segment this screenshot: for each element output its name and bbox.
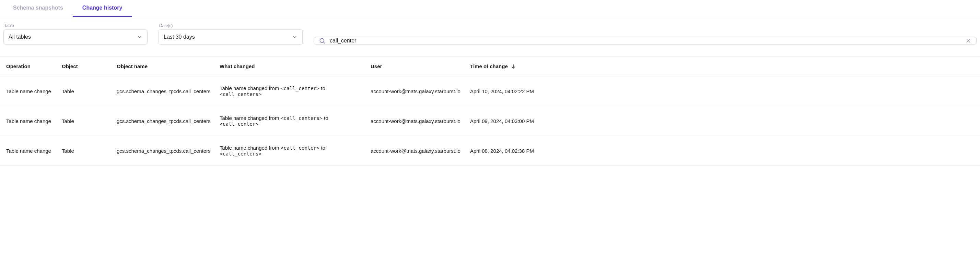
cell-user: account-work@tnats.galaxy.starburst.io <box>367 136 467 166</box>
cell-user: account-work@tnats.galaxy.starburst.io <box>367 76 467 106</box>
col-object-name[interactable]: Object name <box>113 57 216 76</box>
tabs-bar: Schema snapshots Change history <box>0 0 980 17</box>
tab-schema-snapshots[interactable]: Schema snapshots <box>3 0 73 17</box>
filter-dates-value: Last 30 days <box>164 34 195 40</box>
table-header-row: Operation Object Object name What change… <box>0 57 980 76</box>
svg-line-1 <box>324 42 325 43</box>
change-history-table: Operation Object Object name What change… <box>0 56 980 166</box>
cell-object-name: gcs.schema_changes_tpcds.call_centers <box>113 76 216 106</box>
chevron-down-icon <box>137 34 142 40</box>
filter-table-label: Table <box>3 23 148 28</box>
col-what-changed[interactable]: What changed <box>216 57 367 76</box>
col-time-label: Time of change <box>470 63 508 69</box>
cell-time: April 08, 2024, 04:02:38 PM <box>467 136 980 166</box>
cell-user: account-work@tnats.galaxy.starburst.io <box>367 106 467 136</box>
search-field-wrap[interactable] <box>313 37 977 44</box>
tab-change-history[interactable]: Change history <box>73 0 132 17</box>
cell-operation: Table name change <box>0 76 58 106</box>
cell-object: Table <box>58 76 113 106</box>
cell-object: Table <box>58 106 113 136</box>
cell-operation: Table name change <box>0 136 58 166</box>
sort-descending-icon <box>511 64 516 69</box>
search-icon <box>319 37 326 44</box>
cell-what-changed: Table name changed from <call_center> to… <box>216 136 367 166</box>
filters-bar: Table All tables Date(s) Last 30 days . <box>0 17 980 51</box>
col-object[interactable]: Object <box>58 57 113 76</box>
cell-time: April 10, 2024, 04:02:22 PM <box>467 76 980 106</box>
cell-operation: Table name change <box>0 106 58 136</box>
cell-what-changed: Table name changed from <call_centers> t… <box>216 106 367 136</box>
col-time-of-change[interactable]: Time of change <box>467 57 980 76</box>
filter-dates-label: Date(s) <box>159 23 303 28</box>
cell-what-changed: Table name changed from <call_center> to… <box>216 76 367 106</box>
cell-object-name: gcs.schema_changes_tpcds.call_centers <box>113 106 216 136</box>
filter-table-group: Table All tables <box>3 23 148 44</box>
table-row: Table name change Table gcs.schema_chang… <box>0 136 980 166</box>
filter-table-value: All tables <box>9 34 31 40</box>
cell-object-name: gcs.schema_changes_tpcds.call_centers <box>113 136 216 166</box>
cell-object: Table <box>58 136 113 166</box>
col-operation[interactable]: Operation <box>0 57 58 76</box>
filter-dates-group: Date(s) Last 30 days <box>159 23 303 44</box>
table-row: Table name change Table gcs.schema_chang… <box>0 76 980 106</box>
search-input[interactable] <box>330 38 965 44</box>
filter-dates-select[interactable]: Last 30 days <box>159 30 303 44</box>
table-row: Table name change Table gcs.schema_chang… <box>0 106 980 136</box>
col-user[interactable]: User <box>367 57 467 76</box>
clear-search-icon[interactable] <box>965 38 971 44</box>
cell-time: April 09, 2024, 04:03:00 PM <box>467 106 980 136</box>
svg-point-0 <box>320 38 324 43</box>
chevron-down-icon <box>292 34 298 40</box>
filter-table-select[interactable]: All tables <box>3 30 148 44</box>
